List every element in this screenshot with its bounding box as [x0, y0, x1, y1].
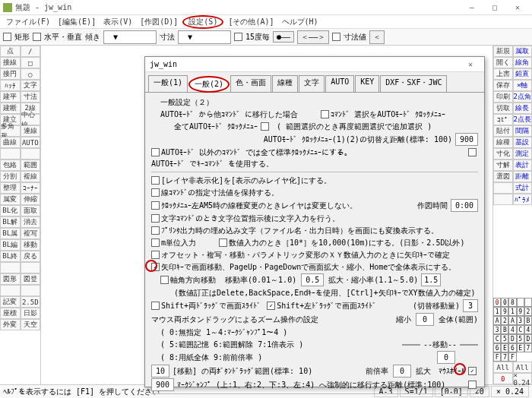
np-all[interactable]: All: [493, 362, 513, 373]
tool-2.5D[interactable]: 2.5D: [21, 296, 41, 308]
tool-文字[interactable]: 文字: [21, 80, 41, 91]
chk-axis-move[interactable]: [160, 276, 169, 284]
chk-shift-left[interactable]: [267, 302, 275, 310]
rtool-寸解[interactable]: 寸解: [493, 160, 513, 171]
close-button[interactable]: ✕: [506, 1, 529, 14]
inp-move-rate[interactable]: 0.5: [301, 273, 324, 286]
rtool-ｺﾋﾟ[interactable]: ｺﾋﾟ: [493, 114, 513, 125]
tab-text[interactable]: 文字: [299, 75, 325, 92]
menu-settings[interactable]: 設定(S): [182, 15, 223, 29]
rtool-切取[interactable]: 切取: [493, 103, 513, 114]
status-zoom[interactable]: × 0.24: [491, 386, 529, 397]
tool-BL化[interactable]: BL化: [0, 205, 21, 216]
tool-記変[interactable]: 記変: [0, 296, 21, 308]
tool-戻る[interactable]: 戻る: [21, 251, 41, 262]
rtool-寸化[interactable]: 寸化: [493, 148, 513, 160]
rtool-×軸[interactable]: ×軸: [513, 80, 533, 91]
tool-/[interactable]: /: [21, 46, 41, 57]
tab-dxf[interactable]: DXF・SXF・JWC: [380, 75, 447, 92]
tool-建平[interactable]: 建平: [0, 91, 21, 103]
tool-範囲[interactable]: 範囲: [21, 160, 41, 171]
np-times[interactable]: × 0.24: [513, 373, 533, 384]
tool-包絡[interactable]: 包絡: [0, 160, 21, 171]
rect-checkbox[interactable]: [3, 33, 11, 41]
tab-auto[interactable]: AUTO: [325, 75, 354, 92]
chk-keep-dim[interactable]: [151, 188, 160, 197]
tool-中心線[interactable]: 中心線: [21, 114, 41, 125]
tool-○[interactable]: ○: [21, 68, 41, 80]
tab-general1[interactable]: 一般(1): [148, 75, 188, 92]
inp-move-l[interactable]: [402, 344, 420, 346]
tool-移動[interactable]: 移動: [21, 239, 41, 251]
rtool-2点角[interactable]: 2点角: [513, 91, 533, 103]
rtool-距離[interactable]: 距離: [513, 171, 533, 182]
chk-shift-both[interactable]: [151, 302, 160, 310]
tool-AUTO[interactable]: AUTO: [21, 137, 41, 148]
inp-down[interactable]: 0: [437, 351, 455, 364]
tool-複写[interactable]: 複写: [21, 228, 41, 239]
inp-draw-time[interactable]: 0:00: [451, 199, 478, 212]
tool-寸法[interactable]: 寸法: [21, 91, 41, 103]
tool-連線[interactable]: 連線: [21, 125, 41, 137]
inp-markjump[interactable]: 900: [151, 378, 174, 391]
chk-wheel-down[interactable]: [468, 381, 477, 389]
tb-ltgt-button[interactable]: ＜――＞: [297, 30, 329, 44]
chk-layer-hide[interactable]: [151, 176, 160, 185]
hv-checkbox[interactable]: [33, 33, 41, 41]
rtool-属取[interactable]: 属取: [513, 46, 533, 57]
chk-offset-arrow[interactable]: [151, 251, 160, 259]
minimize-button[interactable]: —: [461, 1, 483, 14]
chk-printer-embed[interactable]: [151, 226, 160, 235]
rtool-2点長[interactable]: 2点長: [513, 114, 533, 125]
tool-座標[interactable]: 座標: [0, 308, 21, 319]
chk-text-after[interactable]: [151, 214, 160, 223]
tool-消去[interactable]: 消去: [21, 216, 41, 228]
rtool-上書[interactable]: 上書: [493, 68, 513, 80]
tool-ﾊｯﾁ[interactable]: ﾊｯﾁ: [0, 80, 21, 91]
tab-linetype[interactable]: 線種: [272, 75, 298, 92]
rtool-線長[interactable]: 線長: [513, 103, 533, 114]
rtool-測定[interactable]: 測定: [513, 148, 533, 160]
angle-select[interactable]: ▼: [103, 30, 157, 44]
tool-図形[interactable]: 図形: [0, 273, 21, 285]
inp-shrink[interactable]: 0: [416, 313, 434, 326]
tab-general2[interactable]: 一般(2): [188, 76, 230, 93]
inp-prev-mag[interactable]: 0: [393, 365, 411, 377]
inp-zoom-rate[interactable]: 1.5: [421, 273, 441, 286]
tool-ｺｰﾅｰ[interactable]: ｺｰﾅｰ: [21, 182, 41, 194]
menu-edit[interactable]: [編集(E)]: [55, 16, 99, 28]
dimval-checkbox[interactable]: [332, 33, 340, 41]
tool-属変[interactable]: 属変: [0, 194, 21, 205]
chk-10mul[interactable]: [219, 238, 227, 247]
tab-key[interactable]: KEY: [355, 75, 379, 92]
rtool-基設[interactable]: 基設: [513, 137, 533, 148]
inp-move-r[interactable]: [460, 344, 478, 346]
inp-slide-amt[interactable]: 3: [463, 299, 478, 312]
rtool-保存[interactable]: 保存: [493, 80, 513, 91]
tool-BL編[interactable]: BL編: [0, 239, 21, 251]
tb-arrow-button[interactable]: ＜: [369, 30, 385, 44]
tab-color[interactable]: 色・画面: [230, 75, 271, 92]
tool-外変[interactable]: 外変: [0, 319, 21, 330]
inp-switch-dist[interactable]: 900: [455, 133, 478, 146]
tool-伸縮[interactable]: 伸縮: [21, 194, 41, 205]
size-select[interactable]: ▼: [178, 30, 231, 44]
tool-図登[interactable]: 図登: [21, 273, 41, 285]
chk-m-unit[interactable]: [151, 238, 160, 247]
rtool-間隔[interactable]: 間隔: [513, 125, 533, 137]
tool-面取[interactable]: 面取: [21, 205, 41, 216]
menu-view[interactable]: 表示(V): [100, 16, 135, 28]
tool-整理[interactable]: 整理: [0, 182, 21, 194]
chk-am5[interactable]: [151, 201, 160, 210]
menu-help[interactable]: ヘルプ(H): [279, 16, 321, 28]
tool-点[interactable]: 点: [0, 46, 21, 57]
np-zero[interactable]: 0: [493, 373, 513, 384]
rtool-選図[interactable]: 選図: [493, 171, 513, 182]
tool-多角形[interactable]: 多角形: [0, 125, 21, 137]
tool-建断[interactable]: 建断: [0, 103, 21, 114]
rtool-表計[interactable]: 表計: [513, 160, 533, 171]
tool-曲線[interactable]: 曲線: [0, 137, 21, 148]
tool-分割[interactable]: 分割: [0, 171, 21, 182]
tool-BL終[interactable]: BL終: [0, 251, 21, 262]
tool-BL属[interactable]: BL属: [0, 228, 21, 239]
